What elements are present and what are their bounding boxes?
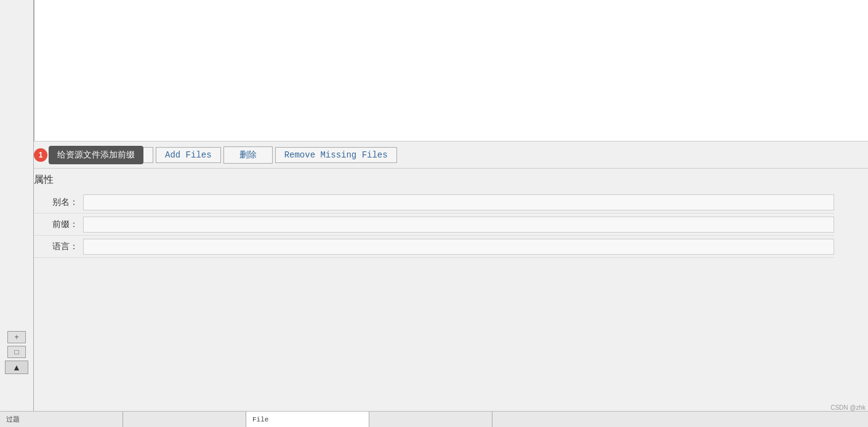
minus-icon-button[interactable]: □ [7, 346, 26, 358]
language-row: 语言： [34, 236, 834, 258]
add-files-button[interactable]: Add Files [156, 147, 221, 163]
tooltip-text: 给资源文件添加前缀 [49, 146, 143, 164]
badge-number: 1 [34, 148, 47, 162]
toolbar-area: 1 给资源文件添加前缀 Add Prefix Add Files 删除 Remo… [0, 142, 868, 169]
status-tab-4[interactable] [369, 412, 492, 427]
tooltip-container: 1 给资源文件添加前缀 [34, 146, 143, 164]
status-tab-1[interactable]: 过题 [0, 412, 123, 427]
minus-icon: □ [14, 348, 18, 356]
properties-title: 属性 [34, 174, 834, 186]
top-area [0, 0, 868, 142]
scroll-up-button[interactable]: ▲ [5, 361, 28, 374]
main-container: 1 给资源文件添加前缀 Add Prefix Add Files 删除 Remo… [0, 0, 868, 427]
left-border [34, 0, 34, 141]
prefix-input[interactable] [83, 217, 834, 233]
alias-input[interactable] [83, 194, 834, 210]
properties-section: 属性 别名： 前缀： 语言： [0, 169, 868, 427]
plus-icon-button[interactable]: + [7, 331, 26, 343]
up-arrow-icon: ▲ [12, 362, 21, 372]
delete-button[interactable]: 删除 [223, 146, 273, 164]
status-bar: 过题 File [0, 411, 868, 427]
alias-label: 别名： [34, 194, 83, 210]
prefix-row: 前缀： [34, 214, 834, 236]
language-label: 语言： [34, 239, 83, 255]
watermark: CSDN @zhk [830, 404, 866, 411]
prefix-label: 前缀： [34, 217, 83, 233]
alias-row: 别名： [34, 191, 834, 214]
left-sidebar: + □ ▲ [0, 0, 34, 411]
language-input[interactable] [83, 239, 834, 255]
status-tab-2[interactable] [123, 412, 246, 427]
plus-icon: + [14, 333, 18, 341]
status-tab-3[interactable]: File [246, 412, 369, 427]
remove-missing-button[interactable]: Remove Missing Files [275, 147, 397, 163]
